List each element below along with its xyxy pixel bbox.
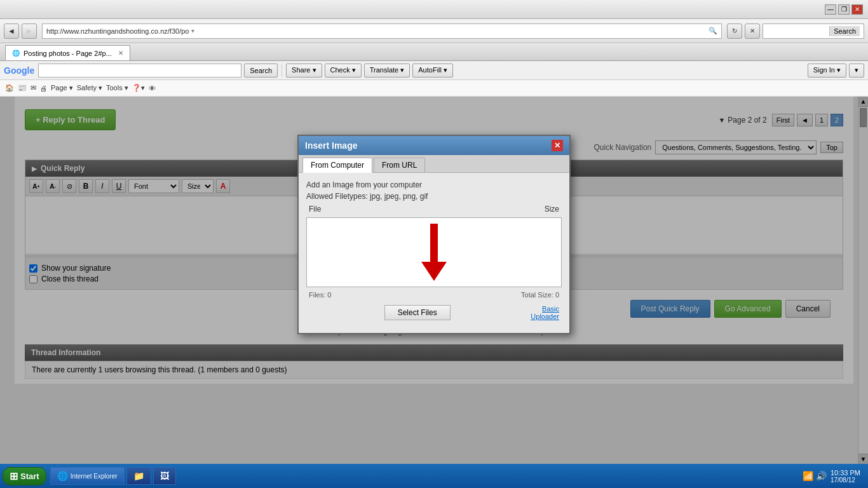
google-toolbar: Google Search Share ▾ Check ▾ Translate … [0, 61, 868, 80]
file-drop-area[interactable] [306, 217, 562, 287]
autofill-button[interactable]: AutoFill ▾ [412, 64, 453, 78]
forward-button[interactable]: ► [22, 24, 37, 39]
translate-button[interactable]: Translate ▾ [364, 64, 410, 78]
tab-from-url[interactable]: From URL [374, 158, 425, 172]
settings-extra-button[interactable]: ▾ [849, 64, 864, 78]
address-text: http://www.nzhuntingandshooting.co.nz/f3… [46, 27, 189, 35]
total-size: Total Size: 0 [521, 291, 559, 299]
taskbar-photo-button[interactable]: 🖼 [153, 467, 176, 485]
insert-image-modal: Insert Image ✕ From Computer From URL Ad… [297, 135, 571, 334]
back-button[interactable]: ◄ [4, 24, 19, 39]
browser-navbar: ◄ ► http://www.nzhuntingandshooting.co.n… [0, 19, 868, 43]
share-button[interactable]: Share ▾ [286, 64, 322, 78]
eye-icon[interactable]: 👁 [149, 85, 156, 92]
tab-close-icon[interactable]: ✕ [118, 50, 123, 57]
start-button[interactable]: ⊞ Start [3, 467, 46, 485]
taskbar-clock: 10:33 PM 17/08/12 [831, 469, 860, 484]
network-icon: 📶 [803, 471, 813, 481]
mail-icon[interactable]: ✉ [31, 84, 36, 92]
drop-arrow [421, 224, 447, 281]
rss-icon[interactable]: 📰 [18, 84, 27, 92]
print-icon[interactable]: 🖨 [40, 85, 47, 92]
basic-uploader-area: Basic Uploader [528, 304, 562, 322]
address-bar[interactable]: http://www.nzhuntingandshooting.co.nz/f3… [42, 24, 722, 39]
system-time: 10:33 PM [831, 469, 860, 477]
stop-button[interactable]: ✕ [745, 24, 760, 39]
taskbar-apps: 🌐 Internet Explorer 📁 🖼 [50, 467, 797, 485]
taskbar-ie-button[interactable]: 🌐 Internet Explorer [50, 467, 125, 485]
sign-in-button[interactable]: Sign In ▾ [808, 64, 846, 78]
home-icon[interactable]: 🏠 [5, 84, 14, 92]
file-col-header: File [309, 205, 321, 214]
maximize-button[interactable]: ❐ [838, 4, 850, 15]
select-files-button[interactable]: Select Files [384, 305, 451, 320]
tab-label: Posting photos - Page 2#p... [24, 50, 112, 57]
safety-menu[interactable]: Safety ▾ [77, 84, 102, 92]
modal-title: Insert Image [305, 140, 357, 151]
minimize-button[interactable]: — [825, 4, 836, 15]
file-table-header: File Size [306, 203, 562, 215]
volume-icon: 🔊 [816, 471, 827, 481]
check-button[interactable]: Check ▾ [325, 64, 362, 78]
system-date: 17/08/12 [831, 477, 860, 484]
help-menu[interactable]: ❓▾ [132, 84, 145, 92]
refresh-button[interactable]: ↻ [727, 24, 742, 39]
taskbar: ⊞ Start 🌐 Internet Explorer 📁 🖼 📶 🔊 10:3… [0, 464, 868, 488]
page-content: + Reply to Thread ▼ Page 2 of 2 First ◄ … [0, 97, 868, 464]
taskbar-right: 📶 🔊 10:33 PM 17/08/12 [797, 469, 865, 484]
google-search-button[interactable]: Search [244, 64, 278, 78]
modal-body: Add an Image from your computer Allowed … [299, 173, 569, 333]
tools-menu[interactable]: Tools ▾ [106, 84, 128, 92]
google-logo: Google [4, 65, 34, 76]
page-menu[interactable]: Page ▾ [51, 84, 73, 92]
tab-bar: 🌐 Posting photos - Page 2#p... ✕ [0, 43, 868, 61]
modal-tabs: From Computer From URL [299, 155, 569, 173]
modal-description: Add an Image from your computer [306, 180, 562, 189]
browser-titlebar: — ❐ ✕ [0, 0, 868, 19]
search-bar[interactable]: Search [763, 24, 864, 39]
modal-allowed-types: Allowed Filetypes: jpg, jpeg, png, gif [306, 192, 562, 201]
modal-close-button[interactable]: ✕ [552, 140, 563, 151]
file-stats: Files: 0 Total Size: 0 [306, 290, 562, 300]
basic-uploader-link[interactable]: Basic Uploader [528, 304, 562, 322]
tab-from-computer[interactable]: From Computer [302, 158, 372, 173]
system-icons: 📶 🔊 [803, 471, 827, 481]
taskbar-filemanager-button[interactable]: 📁 [126, 467, 151, 485]
size-col-header: Size [545, 205, 559, 214]
links-bar: 🏠 📰 ✉ 🖨 Page ▾ Safety ▾ Tools ▾ ❓▾ 👁 [0, 80, 868, 97]
modal-overlay: Insert Image ✕ From Computer From URL Ad… [0, 97, 868, 464]
modal-titlebar: Insert Image ✕ [299, 136, 569, 155]
close-button[interactable]: ✕ [851, 4, 863, 15]
files-count: Files: 0 [309, 291, 331, 299]
search-btn[interactable]: Search [829, 26, 860, 36]
active-tab[interactable]: 🌐 Posting photos - Page 2#p... ✕ [5, 45, 130, 60]
google-search-input[interactable] [38, 64, 241, 78]
